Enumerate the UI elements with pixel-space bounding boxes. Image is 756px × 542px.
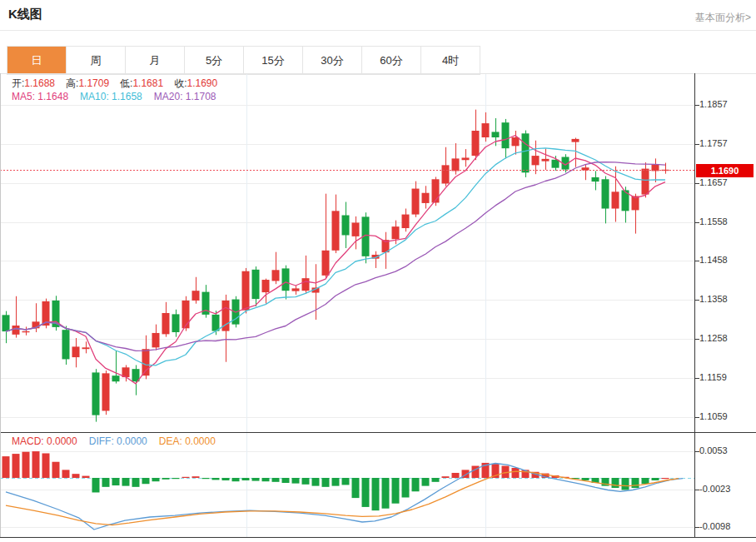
tab-month[interactable]: 月	[126, 47, 185, 74]
candle-body	[612, 191, 619, 208]
candle-body	[92, 372, 100, 415]
candle-body	[642, 169, 649, 195]
price-axis-label: 1.1757	[699, 138, 728, 148]
macd-histogram-bar	[122, 478, 130, 486]
candle-body	[562, 157, 569, 169]
ma20-readout: MA20: 1.1708	[154, 91, 216, 102]
candle-body	[212, 315, 220, 331]
macd-histogram-bar	[52, 462, 60, 478]
candle-body	[582, 167, 589, 170]
candle-body	[532, 156, 540, 165]
candle-body	[2, 315, 10, 331]
macd-histogram-bar	[232, 478, 240, 481]
macd-histogram-bar	[632, 478, 639, 488]
macd-histogram-bar	[92, 478, 100, 492]
macd-histogram-bar	[432, 478, 440, 482]
page-title: K线图	[8, 7, 42, 22]
candle-body	[172, 314, 180, 332]
macd-histogram-bar	[462, 470, 470, 478]
candle-body	[122, 367, 130, 377]
candle-body	[182, 301, 190, 328]
macd-histogram-bar	[552, 475, 560, 478]
tab-30min[interactable]: 30分	[303, 47, 362, 74]
current-price-badge: 1.1690	[696, 164, 754, 177]
candle-body	[312, 287, 320, 292]
page-header: K线图 基本面分析>	[0, 0, 756, 31]
tab-day[interactable]: 日	[7, 47, 67, 74]
candle-body	[662, 170, 669, 171]
dea-value-readout: DEA: 0.0000	[159, 435, 216, 447]
macd-histogram-bar	[342, 478, 350, 485]
candle-body	[162, 313, 170, 334]
candle-body	[432, 179, 440, 202]
tab-60min[interactable]: 60分	[362, 47, 421, 74]
macd-histogram-bar	[532, 472, 540, 478]
candle-body	[132, 369, 140, 381]
macd-histogram-bar	[212, 478, 220, 480]
macd-histogram-bar	[162, 478, 170, 480]
macd-histogram-bar	[602, 478, 609, 486]
macd-histogram-bar	[582, 478, 589, 480]
candle-body	[342, 216, 350, 236]
macd-histogram-bar	[82, 476, 90, 478]
macd-histogram-bar	[322, 478, 330, 487]
candle-body	[232, 300, 240, 325]
macd-histogram-bar	[402, 478, 410, 497]
ohlc-readout: 开:1.1688高:1.1709低:1.1681收:1.1690	[12, 77, 228, 91]
candle-body	[622, 190, 629, 211]
candle-body	[422, 193, 430, 203]
macd-histogram-bar	[112, 478, 120, 485]
price-axis-label: 1.1258	[699, 333, 728, 343]
macd-histogram-bar	[542, 474, 550, 478]
fundamental-analysis-link[interactable]: 基本面分析>	[695, 11, 751, 25]
candle-body	[22, 331, 30, 332]
candle-body	[302, 278, 310, 291]
price-axis-label: 1.1657	[699, 177, 728, 187]
macd-histogram-bar	[652, 478, 659, 480]
candle-body	[542, 159, 550, 162]
price-axis-label: 1.1857	[699, 99, 728, 109]
ma20-line	[6, 162, 665, 351]
tab-15min[interactable]: 15分	[244, 47, 303, 74]
candle-body	[242, 271, 250, 311]
macd-axis-label: -0.0098	[699, 521, 730, 531]
open-label: 开:	[12, 77, 24, 89]
macd-histogram-bar	[502, 466, 510, 478]
tab-4hour[interactable]: 4时	[421, 47, 480, 74]
tab-week[interactable]: 周	[67, 47, 126, 74]
candle-body	[492, 132, 500, 137]
candle-body	[322, 251, 330, 276]
ma5-line	[6, 136, 665, 384]
candle-body	[592, 177, 599, 181]
candle-body	[252, 270, 260, 299]
diff-line	[6, 464, 683, 530]
candle-body	[222, 301, 230, 331]
macd-histogram-bar	[452, 473, 460, 478]
tab-5min[interactable]: 5分	[185, 47, 244, 74]
candle-body	[362, 216, 370, 256]
price-axis-label: 1.1358	[699, 294, 728, 304]
macd-histogram-bar	[242, 478, 250, 480]
macd-histogram-bar	[492, 464, 500, 478]
macd-histogram-bar	[472, 466, 480, 478]
ma5-readout: MA5: 1.1648	[12, 91, 68, 102]
ma10-readout: MA10: 1.1658	[80, 91, 142, 102]
macd-histogram-bar	[262, 478, 270, 481]
candle-body	[552, 160, 560, 168]
macd-histogram-bar	[22, 452, 30, 478]
macd-histogram-bar	[512, 468, 520, 478]
macd-histogram-bar	[572, 478, 579, 479]
ma10-line	[6, 148, 665, 365]
macd-histogram-bar	[292, 478, 300, 484]
macd-histogram-bar	[522, 470, 530, 478]
macd-histogram-bar	[442, 476, 450, 478]
candle-body	[512, 137, 520, 146]
macd-histogram-bar	[132, 478, 140, 487]
macd-histogram-bar	[372, 478, 380, 510]
candle-body	[102, 373, 110, 410]
macd-histogram-bar	[482, 463, 490, 478]
interval-tabbar: 日 周 月 5分 15分 30分 60分 4时	[7, 46, 480, 75]
price-axis-label: 1.1159	[699, 372, 727, 382]
macd-histogram-bar	[72, 474, 80, 478]
candle-body	[62, 330, 70, 359]
